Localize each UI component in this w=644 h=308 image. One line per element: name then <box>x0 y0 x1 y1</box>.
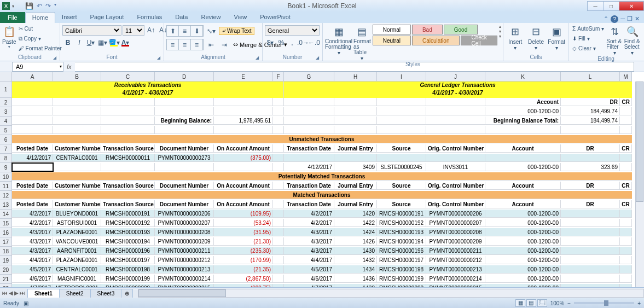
cell[interactable]: On Account Amount <box>214 182 273 190</box>
cell[interactable] <box>101 163 155 171</box>
fill-color-button[interactable]: 🪣▾ <box>108 38 119 48</box>
cell[interactable] <box>273 237 284 246</box>
tab-review[interactable]: Review <box>194 12 227 23</box>
cell[interactable]: 4/3/2017 <box>12 247 53 255</box>
cell[interactable] <box>273 210 284 218</box>
conditional-formatting-button[interactable]: ▦Conditional Formatting▾ <box>325 24 352 56</box>
cell[interactable]: On Account Amount <box>214 200 273 208</box>
cell[interactable]: PLAZAONE0001 <box>53 228 101 236</box>
minimize-ribbon-icon[interactable]: ⌃ <box>604 15 608 23</box>
cell[interactable]: 4/3/2017 <box>284 247 334 255</box>
cell[interactable] <box>377 98 426 106</box>
cell[interactable]: 1432 <box>334 256 377 264</box>
cell[interactable] <box>620 210 632 218</box>
cell[interactable]: DR <box>561 182 620 190</box>
minimize-button[interactable]: ─ <box>587 1 604 11</box>
cell[interactable] <box>284 117 334 125</box>
cell[interactable]: RMCSH00000199 <box>101 275 155 283</box>
autosum-button[interactable]: Σ AutoSum ▾ <box>571 24 605 33</box>
number-format-select[interactable]: General <box>265 25 320 36</box>
sheet-tab-3[interactable]: Sheet3 <box>90 289 122 298</box>
cell[interactable] <box>561 265 620 274</box>
cell[interactable]: 1426 <box>334 237 377 246</box>
comma-button[interactable]: , <box>287 38 298 48</box>
cell[interactable]: PYMNT00000000207 <box>155 219 214 227</box>
cell[interactable]: Account <box>485 144 561 153</box>
cell[interactable] <box>620 247 632 255</box>
insert-cells-button[interactable]: ⊞Insert▾ <box>506 24 525 51</box>
cell[interactable]: 4/2/2017 <box>12 210 53 218</box>
cell[interactable]: MAGNIFIC0001 <box>53 275 101 283</box>
cell[interactable] <box>155 126 214 134</box>
cell[interactable]: (2,867.50) <box>214 275 273 283</box>
cell[interactable]: PYMNT00000000209 <box>155 237 214 246</box>
sheet-nav-last[interactable]: ⏭ <box>20 290 25 296</box>
cell[interactable] <box>426 98 485 106</box>
cell[interactable] <box>273 126 284 134</box>
cell[interactable]: RMCSH00000191 <box>101 210 155 218</box>
style-check-cell[interactable]: Check Cell <box>461 36 497 45</box>
currency-button[interactable]: $▾ <box>265 38 276 48</box>
sheet-nav-next[interactable]: ▶ <box>14 290 19 296</box>
cell[interactable] <box>273 219 284 227</box>
cell[interactable] <box>214 98 273 106</box>
style-good[interactable]: Good <box>444 25 478 34</box>
row-header[interactable]: 10 <box>0 172 12 182</box>
cell[interactable]: Document Number <box>155 200 214 208</box>
cell[interactable]: 4/2/2017 <box>284 210 334 218</box>
cell[interactable] <box>620 117 632 125</box>
cell[interactable] <box>561 126 620 134</box>
cell[interactable] <box>12 126 53 134</box>
cell[interactable]: Document Number <box>155 144 214 153</box>
cell[interactable] <box>561 210 620 218</box>
format-cells-button[interactable]: ▣Format▾ <box>547 24 566 51</box>
cell[interactable]: CR <box>620 182 632 190</box>
cell[interactable] <box>214 107 273 115</box>
valign-mid[interactable]: ≡ <box>179 26 191 36</box>
cell[interactable]: PYMNT00000000209 <box>426 237 485 246</box>
cell[interactable]: PYMNT00000000215 <box>155 284 214 287</box>
cell[interactable] <box>377 154 426 162</box>
cell[interactable]: 000-1200-00 <box>485 219 561 227</box>
cell[interactable]: PYMNT00000000211 <box>155 247 214 255</box>
cell[interactable] <box>426 117 485 125</box>
cell[interactable]: Transaction Date <box>284 144 334 153</box>
zoom-level[interactable]: 100% <box>550 300 565 306</box>
cell[interactable] <box>284 107 334 115</box>
cell[interactable]: RMCSH00000200 <box>101 284 155 287</box>
sort-filter-button[interactable]: ⇅Sort & Filter▾ <box>606 24 623 56</box>
zoom-in-button[interactable]: + <box>637 300 641 306</box>
format-as-table-button[interactable]: ▤Format as Table▾ <box>353 24 371 61</box>
cell[interactable]: Document Number <box>155 182 214 190</box>
cell[interactable]: SLSTE00000245 <box>377 163 426 171</box>
view-page-layout-icon[interactable]: ▤ <box>526 299 536 307</box>
style-normal[interactable]: Normal <box>373 25 411 34</box>
cell[interactable]: PYMNT00000000212 <box>426 256 485 264</box>
cell[interactable]: 4/7/2017 <box>12 284 53 287</box>
cell[interactable] <box>273 275 284 283</box>
underline-button[interactable]: U▾ <box>85 38 96 48</box>
cell[interactable] <box>53 126 101 134</box>
cell[interactable]: PYMNT00000000212 <box>155 256 214 264</box>
increase-indent[interactable]: ⇥ <box>219 40 230 50</box>
cell[interactable] <box>53 107 101 115</box>
cell[interactable] <box>273 144 284 153</box>
name-box[interactable]: A9▾ <box>12 62 63 72</box>
cell[interactable]: Account <box>485 98 561 106</box>
cell[interactable] <box>214 163 273 171</box>
cell[interactable] <box>53 117 101 125</box>
row-header[interactable]: 11 <box>0 182 12 191</box>
cell[interactable]: (21.35) <box>214 265 273 274</box>
cell[interactable] <box>620 154 632 162</box>
sheet-tab-2[interactable]: Sheet2 <box>59 289 91 298</box>
cell[interactable]: RMCSH00000198 <box>101 265 155 274</box>
cell[interactable]: Posted Date <box>12 182 53 190</box>
cell[interactable] <box>12 107 53 115</box>
qat-save-icon[interactable]: 💾 <box>25 2 33 10</box>
cell[interactable]: 1424 <box>334 228 377 236</box>
view-page-break-icon[interactable]: ⿺ <box>537 299 547 307</box>
cell[interactable]: 184,499.74 <box>561 107 620 115</box>
cell[interactable]: Journal Entry <box>334 144 377 153</box>
tab-home[interactable]: Home <box>25 12 55 23</box>
cell[interactable]: 000-1200-00 <box>485 247 561 255</box>
